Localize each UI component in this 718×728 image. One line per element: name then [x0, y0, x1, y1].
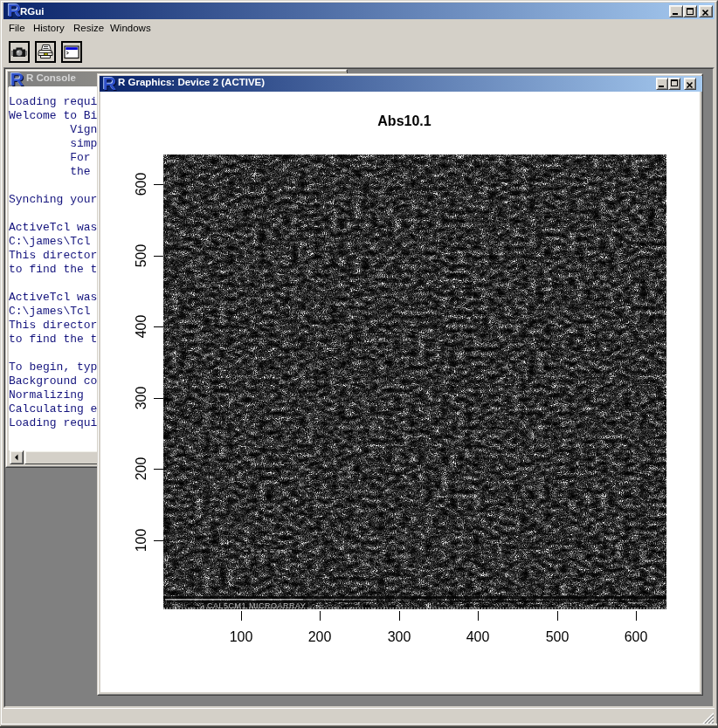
svg-text:R: R [10, 72, 24, 86]
svg-text:R: R [103, 77, 117, 91]
svg-text:R: R [8, 3, 22, 17]
